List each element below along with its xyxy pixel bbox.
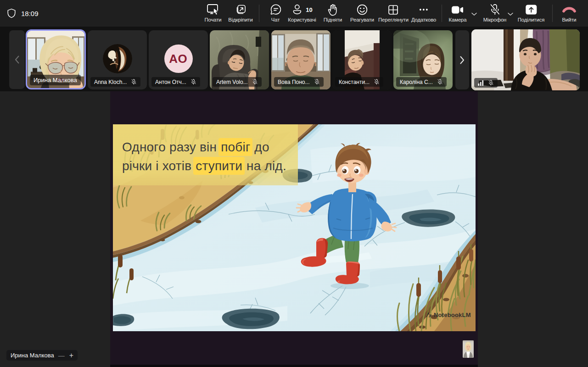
screenshare-icon: [206, 3, 220, 16]
shared-slide: Одного разу він побіг до річки і хотів с…: [113, 124, 476, 331]
slide-highlight-word: побіг: [218, 138, 252, 156]
participant-name-pill: Кароліна С...: [396, 77, 447, 87]
signal-strength-icon: [478, 80, 484, 86]
slide-text-part: Одного разу він: [122, 140, 220, 154]
presenter-mini-thumbnail[interactable]: [463, 340, 474, 358]
meeting-timer: 18:09: [21, 10, 39, 17]
pinned-participant-zoom-control: Ирина Малкова — +: [6, 350, 78, 361]
camera-button[interactable]: Камера: [449, 3, 467, 22]
slide-text-part: річки і хотів: [122, 159, 195, 173]
participant-name-pill: Вова Поно...: [274, 77, 324, 87]
camera-options-chevron-icon[interactable]: [471, 10, 477, 18]
share-screen-icon: [525, 3, 537, 16]
raise-hand-icon: [327, 3, 339, 16]
camera-icon: [452, 3, 464, 16]
pinned-participant-name: Ирина Малкова: [11, 352, 54, 359]
filmstrip-scroll-right-button[interactable]: [455, 30, 469, 89]
chat-button[interactable]: Чат: [269, 3, 282, 22]
share-button[interactable]: Поділитися: [518, 3, 544, 22]
participant-tile-vova-pono[interactable]: Вова Поно...: [271, 30, 330, 89]
participant-name: Кароліна С...: [400, 79, 433, 85]
raise-hand-button[interactable]: Підняти: [324, 3, 342, 22]
avatar-anna: [103, 44, 132, 73]
microphone-muted-icon: [488, 3, 501, 16]
participant-name: Ирина Малкова: [34, 77, 77, 83]
mic-muted-icon: [252, 79, 258, 85]
participant-tile-konstanti[interactable]: Константи...: [332, 30, 392, 89]
notebooklm-watermark: NotebookLM: [426, 311, 471, 318]
meeting-main-area: Ирина Малкова — +: [0, 91, 588, 367]
participant-name: Константи...: [339, 79, 370, 85]
shared-content-stage: Одного разу він побіг до річки і хотів с…: [110, 91, 478, 367]
notebooklm-logo-icon: [426, 312, 432, 318]
mic-muted-icon: [314, 79, 320, 85]
leave-button[interactable]: Вийти: [561, 3, 577, 22]
mic-muted-icon: [190, 79, 196, 85]
avatar-initials-text: АО: [164, 44, 193, 73]
unpin-icon: [234, 3, 247, 16]
zoom-out-button[interactable]: —: [58, 352, 65, 359]
stage-right-gutter: [478, 91, 588, 367]
view-button[interactable]: Переглянути: [378, 3, 409, 22]
watermark-text: NotebookLM: [434, 311, 471, 318]
participant-tile-anna-kloch[interactable]: Anna Kloch...: [88, 30, 147, 89]
toolbar-divider: [552, 5, 553, 22]
mic-muted-icon: [131, 79, 137, 85]
meeting-toolbar: 18:09 Почати Відкріпити Чат 10 Користува…: [0, 0, 588, 27]
participant-tile-artem-volo[interactable]: Artem Volo...: [210, 30, 269, 89]
filmstrip-scroll-left-button[interactable]: [9, 30, 25, 89]
stage-letterbox: [110, 365, 478, 367]
teams-meeting-window: 18:09 Почати Відкріпити Чат 10 Користува…: [0, 0, 588, 367]
participant-count-badge: 10: [306, 6, 312, 13]
more-button[interactable]: Додатково: [411, 3, 436, 22]
participant-name: Вова Поно...: [278, 79, 310, 85]
start-sharing-button[interactable]: Почати: [205, 3, 222, 22]
slide-sentence: Одного разу він побіг до річки і хотів с…: [122, 138, 301, 175]
participant-tile-self[interactable]: [471, 29, 580, 90]
participant-tile-anton-otch[interactable]: АО Антон Отч...: [149, 30, 208, 89]
participant-name-pill: Ирина Малкова: [30, 75, 81, 85]
shield-icon: [7, 8, 16, 18]
chat-icon: [269, 3, 282, 16]
participant-name-pill: Artem Volo...: [213, 77, 262, 87]
toolbar-divider: [259, 5, 259, 22]
react-button[interactable]: Реагувати: [350, 3, 374, 22]
ellipsis-icon: [417, 3, 430, 16]
smiley-icon: [356, 3, 368, 16]
participant-tile-irina-malkova[interactable]: Ирина Малкова: [26, 29, 86, 89]
presenter-portrait: [463, 340, 474, 358]
chevron-right-icon: [459, 56, 465, 65]
participant-name: Artem Volo...: [216, 79, 248, 85]
slide-text-part: на лід.: [243, 159, 286, 173]
participant-name-pill: Константи...: [335, 77, 383, 87]
zoom-in-button[interactable]: +: [69, 351, 73, 360]
participant-name-pill: Антон Отч...: [151, 77, 200, 87]
participant-tile-karolina[interactable]: Кароліна С...: [393, 30, 453, 89]
toolbar-divider: [442, 5, 442, 22]
hang-up-icon: [561, 3, 577, 16]
participants-filmstrip: Ирина Малкова Anna Kloch...: [0, 27, 588, 91]
participant-name-pill: Anna Kloch...: [90, 77, 140, 87]
participants-button[interactable]: 10 Користувачі: [288, 3, 316, 22]
toolbar-left: 18:09: [7, 0, 39, 27]
mic-muted-icon: [374, 79, 380, 85]
connection-and-mic-pill: [474, 78, 498, 88]
chevron-left-icon: [14, 55, 20, 64]
slide-highlight-word: ступити: [193, 157, 245, 175]
unpin-button[interactable]: Відкріпити: [228, 3, 252, 22]
stage-left-gutter: Ирина Малкова — +: [0, 91, 110, 367]
slide-text-part: до: [251, 140, 269, 154]
mic-muted-icon: [437, 79, 443, 85]
avatar-anton-initials: АО: [164, 44, 193, 73]
mic-muted-icon: [488, 80, 494, 86]
microphone-button[interactable]: Мікрофон: [483, 3, 506, 22]
microphone-options-chevron-icon[interactable]: [508, 10, 514, 18]
participants-icon: 10: [291, 3, 312, 16]
participant-name: Антон Отч...: [155, 79, 186, 85]
grid-view-icon: [387, 3, 399, 16]
participant-name: Anna Kloch...: [94, 79, 127, 85]
